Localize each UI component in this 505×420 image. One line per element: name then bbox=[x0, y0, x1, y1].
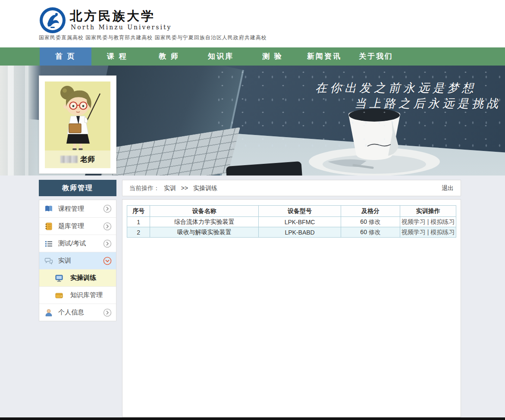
column-header-device-name: 设备名称 bbox=[150, 206, 259, 217]
sidebar-item-personal-info[interactable]: 个人信息 bbox=[39, 304, 116, 321]
table-header-row: 序号 设备名称 设备型号 及格分 实训操作 bbox=[127, 206, 456, 217]
list-icon bbox=[44, 239, 53, 248]
banner-slogan-line1: 在你出发之前永远是梦想 bbox=[315, 80, 477, 96]
column-header-pass-score: 及格分 bbox=[341, 206, 400, 217]
cell-pass-score: 60 修改 bbox=[341, 217, 400, 227]
pass-score-value: 60 bbox=[360, 218, 367, 225]
breadcrumb-separator: >> bbox=[181, 185, 188, 191]
banner-slogan-line2: 当上路之后永远是挑战 bbox=[354, 96, 501, 111]
wallet-icon bbox=[55, 291, 63, 300]
university-seal-icon bbox=[39, 6, 66, 34]
teacher-title: 老师 bbox=[80, 154, 95, 164]
edit-link[interactable]: 修改 bbox=[369, 218, 381, 225]
chevron-right-icon[interactable] bbox=[103, 222, 112, 231]
breadcrumb-current: 实操训练 bbox=[193, 185, 217, 191]
cell-device-name: 吸收与解吸实验装置 bbox=[150, 227, 259, 238]
nav-item-home[interactable]: 首 页 bbox=[40, 47, 91, 66]
site-header: 北方民族大学 North Minzu University 国家民委直属高校 国… bbox=[0, 0, 505, 47]
nav-item-news[interactable]: 新闻资讯 bbox=[298, 47, 350, 66]
column-header-actions: 实训操作 bbox=[400, 206, 456, 217]
cell-device-model: LPK-BFMC bbox=[259, 217, 341, 227]
main-content-panel: 序号 设备名称 设备型号 及格分 实训操作 1 综合流体力学实验装置 LPK-B… bbox=[122, 199, 461, 417]
main-nav: 首 页 课 程 教 师 知识库 测 验 新闻资讯 关于我们 bbox=[0, 47, 505, 66]
breadcrumb: 当前操作： 实训 >> 实操训练 退出 bbox=[122, 180, 461, 196]
table-row: 1 综合流体力学实验装置 LPK-BFMC 60 修改 视频学习|模拟练习 bbox=[127, 217, 456, 227]
chevron-right-icon[interactable] bbox=[103, 239, 112, 248]
person-icon bbox=[44, 308, 53, 317]
sidebar-item-label: 测试/考试 bbox=[58, 239, 86, 248]
action-separator: | bbox=[427, 229, 429, 235]
sidebar-item-label: 实操训练 bbox=[70, 274, 96, 282]
chat-bubbles-icon bbox=[44, 257, 53, 265]
video-study-link[interactable]: 视频学习 bbox=[401, 229, 426, 235]
table-row: 2 吸收与解吸实验装置 LPK-BABD 60 修改 视频学习|模拟练习 bbox=[127, 227, 456, 238]
banner-window-light bbox=[0, 66, 41, 176]
notebook-icon bbox=[44, 222, 53, 231]
cell-index: 1 bbox=[127, 217, 150, 227]
page: 北方民族大学 North Minzu University 国家民委直属高校 国… bbox=[0, 0, 505, 420]
cell-pass-score: 60 修改 bbox=[341, 227, 400, 238]
breadcrumb-prefix: 当前操作： bbox=[129, 185, 160, 191]
nav-item-about[interactable]: 关于我们 bbox=[350, 47, 402, 66]
sidebar-item-practical-training[interactable]: 实训 bbox=[39, 252, 116, 269]
monitor-icon bbox=[55, 274, 63, 282]
breadcrumb-section: 实训 bbox=[164, 185, 176, 191]
nav-item-teachers[interactable]: 教 师 bbox=[143, 47, 195, 66]
cell-actions: 视频学习|模拟练习 bbox=[400, 217, 456, 227]
column-header-index: 序号 bbox=[127, 206, 150, 217]
sidebar-menu: 课程管理 题库管理 bbox=[39, 200, 116, 321]
chevron-right-icon[interactable] bbox=[103, 308, 112, 317]
sidebar-item-label: 知识库管理 bbox=[70, 291, 103, 299]
cell-actions: 视频学习|模拟练习 bbox=[400, 227, 456, 238]
nav-item-courses[interactable]: 课 程 bbox=[91, 47, 143, 66]
teacher-profile-card: 老师 bbox=[39, 75, 116, 174]
edit-link[interactable]: 修改 bbox=[369, 229, 381, 235]
simulation-practice-link[interactable]: 模拟练习 bbox=[430, 229, 455, 235]
cell-index: 2 bbox=[127, 227, 150, 238]
sidebar-title: 教师管理 bbox=[39, 180, 116, 196]
footer-bar bbox=[0, 417, 505, 420]
sidebar-item-course-management[interactable]: 课程管理 bbox=[39, 200, 116, 217]
video-study-link[interactable]: 视频学习 bbox=[401, 218, 426, 225]
pass-score-value: 60 bbox=[360, 229, 367, 235]
chevron-down-icon[interactable] bbox=[103, 257, 112, 265]
nav-item-tests[interactable]: 测 验 bbox=[247, 47, 298, 66]
teacher-name-label: 老师 bbox=[45, 150, 110, 168]
sidebar-item-label: 实训 bbox=[58, 257, 71, 265]
sidebar-item-label: 个人信息 bbox=[58, 308, 84, 317]
university-name-en: North Minzu University bbox=[71, 24, 172, 31]
simulation-practice-link[interactable]: 模拟练习 bbox=[430, 218, 455, 225]
logout-button[interactable]: 退出 bbox=[442, 180, 454, 196]
column-header-device-model: 设备型号 bbox=[259, 206, 341, 217]
sidebar-subitem-knowledge-base-management[interactable]: 知识库管理 bbox=[39, 286, 116, 304]
action-separator: | bbox=[427, 218, 429, 225]
sidebar-item-label: 课程管理 bbox=[58, 205, 84, 213]
cell-device-model: LPK-BABD bbox=[259, 227, 341, 238]
cell-device-name: 综合流体力学实验装置 bbox=[150, 217, 259, 227]
chevron-right-icon[interactable] bbox=[103, 204, 112, 213]
book-icon bbox=[44, 204, 53, 213]
devices-table: 序号 设备名称 设备型号 及格分 实训操作 1 综合流体力学实验装置 LPK-B… bbox=[127, 205, 456, 238]
blurred-name bbox=[60, 156, 78, 163]
nav-item-knowledge[interactable]: 知识库 bbox=[195, 47, 247, 66]
university-tagline: 国家民委直属高校 国家民委与教育部共建高校 国家民委与宁夏回族自治区人民政府共建… bbox=[39, 34, 267, 41]
university-name-cn: 北方民族大学 bbox=[70, 8, 155, 25]
sidebar-item-label: 题库管理 bbox=[58, 222, 84, 230]
sidebar-item-tests-exams[interactable]: 测试/考试 bbox=[39, 235, 116, 252]
sidebar-item-question-bank[interactable]: 题库管理 bbox=[39, 217, 116, 235]
teacher-avatar bbox=[45, 81, 110, 150]
sidebar-subitem-hands-on-training[interactable]: 实操训练 bbox=[39, 269, 116, 286]
